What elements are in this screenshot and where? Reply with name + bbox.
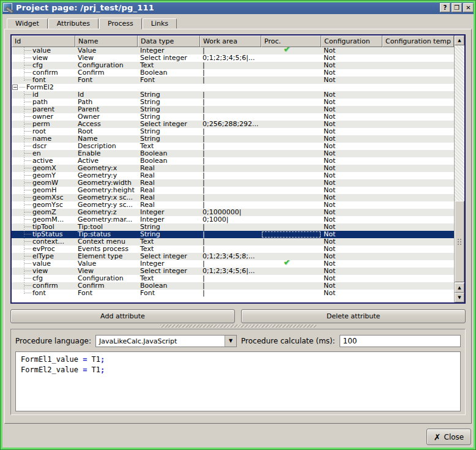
column-header-work-area[interactable]: Work area [200, 36, 261, 47]
attribute-configuration: Not [321, 216, 382, 223]
attribute-name: View [75, 54, 138, 62]
table-row-tipTool[interactable]: tipToolTip:toolString|Not [12, 223, 454, 231]
attribute-configuration-template [382, 253, 454, 260]
attribute-work-area: | [200, 135, 261, 143]
attribute-configuration-template [382, 157, 454, 165]
attribute-configuration-template [382, 187, 454, 194]
table-row-font[interactable]: fontFontFont|Not [12, 77, 454, 84]
table-row-en[interactable]: enEnableBoolean|Not [12, 150, 454, 157]
splitter-grip[interactable] [160, 324, 316, 328]
attribute-configuration: Not [321, 165, 382, 172]
table-row-font[interactable]: fontFontFont|Not [12, 290, 454, 297]
table-row-id[interactable]: idIdString|Not [12, 91, 454, 99]
close-button[interactable]: ✗ Close [426, 429, 471, 445]
attribute-proc [261, 179, 321, 187]
table-row-geomZ[interactable]: geomZGeometry:zInteger0;1000000|Not [12, 209, 454, 216]
attribute-id: cfg [32, 62, 43, 69]
table-row-context[interactable]: context...Context menuText|Not [12, 238, 454, 246]
help-button[interactable]: ? [440, 3, 450, 12]
attribute-data-type: Real [138, 194, 200, 201]
table-row-value[interactable]: valueValueInteger|✔Not [12, 260, 454, 268]
attribute-configuration: Not [321, 268, 382, 275]
attribute-proc [261, 216, 321, 223]
tree-leaf-item: dscr [12, 143, 75, 150]
tab-widget[interactable]: Widget [7, 18, 48, 29]
delete-attribute-button[interactable]: Delete attribute [241, 309, 466, 323]
vertical-scrollbar[interactable]: ▲ ▲ ▼ [454, 36, 464, 302]
table-row-geomX[interactable]: geomXGeometry:xReal|Not [12, 165, 454, 172]
tab-process[interactable]: Process [99, 18, 142, 29]
table-row-cfg[interactable]: cfgConfigurationText|Not [12, 275, 454, 282]
tree-branch-line [24, 241, 31, 242]
attribute-id: value [32, 260, 51, 268]
attribute-data-type: String [138, 99, 200, 106]
table-row-cfg[interactable]: cfgConfigurationText|Not [12, 62, 454, 69]
procedure-code-editor[interactable]: FormEl1_value = T1;FormEl2_value = T1; [15, 351, 461, 411]
scroll-up-icon[interactable]: ▲ [455, 283, 464, 293]
table-row-dscr[interactable]: dscrDescriptionText|Not [12, 143, 454, 150]
attribute-configuration-template [382, 238, 454, 246]
process-tab-pane: IdNameData typeWork areaProc.Configurati… [4, 29, 472, 424]
table-row-geomM[interactable]: geomM...Geometry:mar...Integer0;1000|Not [12, 216, 454, 223]
attribute-name: Confirm [75, 282, 138, 290]
scroll-down-icon[interactable]: ▼ [455, 293, 464, 302]
attribute-name: Geometry:y sc... [75, 201, 138, 209]
table-row-view[interactable]: viewViewSelect integer0;1;2;3;4;5;6|...N… [12, 54, 454, 62]
column-header-configuration-temp[interactable]: Configuration temp [382, 36, 454, 47]
column-header-configuration[interactable]: Configuration [321, 36, 382, 47]
attribute-configuration-template [382, 54, 454, 62]
table-row-evProc[interactable]: evProcEvents processText|Not [12, 246, 454, 253]
tree-branch-line [24, 153, 31, 154]
tree-leaf-item: view [12, 54, 75, 62]
procedure-calc-input[interactable] [340, 335, 461, 347]
table-row-geomY[interactable]: geomYGeometry:yReal|Not [12, 172, 454, 179]
table-row-view[interactable]: viewViewSelect integer0;1;2;3;4;5;6|...N… [12, 268, 454, 275]
table-row-parent[interactable]: parentParentString|Not [12, 106, 454, 113]
chevron-down-icon[interactable]: ▼ [225, 336, 236, 347]
attribute-data-type: String [138, 231, 200, 238]
scroll-up-icon[interactable]: ▲ [455, 36, 464, 45]
table-row-owner[interactable]: ownerOwnerString|Not [12, 113, 454, 121]
table-row-perm[interactable]: permAccessSelect integer0;256;288;292...… [12, 121, 454, 128]
close-window-button[interactable]: ✕ [463, 3, 474, 12]
add-attribute-button[interactable]: Add attribute [10, 309, 235, 323]
table-row-geomYsc[interactable]: geomYscGeometry:y sc...Real|Not [12, 201, 454, 209]
table-row-value[interactable]: valueValueInteger|✔Not [12, 47, 454, 54]
attribute-id: en [32, 150, 41, 157]
tree-branch-line [24, 263, 31, 264]
tree-leaf-item: geomH [12, 187, 75, 194]
attribute-proc [261, 201, 321, 209]
table-row-confirm[interactable]: confirmConfirmBoolean|Not [12, 69, 454, 77]
attribute-configuration-template [382, 135, 454, 143]
table-row-name[interactable]: nameNameString|Not [12, 135, 454, 143]
title-bar[interactable]: Project page: /prj_test/pg_111 ? ❐ ✕ [1, 1, 475, 14]
table-row-active[interactable]: activeActiveBoolean|Not [12, 157, 454, 165]
attribute-name [75, 84, 138, 91]
column-header-data-type[interactable]: Data type [138, 36, 200, 47]
column-header-proc-[interactable]: Proc. [261, 36, 321, 47]
table-row-geomH[interactable]: geomHGeometry:heightReal|Not [12, 187, 454, 194]
attribute-data-type: String [138, 113, 200, 121]
table-row-tipStatus[interactable]: tipStatusTip:statusString|Not [12, 231, 454, 238]
attribute-data-type: Font [138, 290, 200, 297]
tab-attributes[interactable]: Attributes [48, 18, 99, 29]
tree-branch-line [24, 58, 31, 58]
collapse-icon[interactable]: − [12, 84, 18, 90]
table-row-FormEl2[interactable]: −FormEl2 [12, 84, 454, 91]
procedure-language-select[interactable]: JavaLikeCalc.JavaScript ▼ [95, 335, 237, 347]
table-row-geomW[interactable]: geomWGeometry:widthReal|Not [12, 179, 454, 187]
column-header-name[interactable]: Name [75, 36, 138, 47]
table-row-root[interactable]: rootRootString|Not [12, 128, 454, 135]
attribute-configuration-template [382, 121, 454, 128]
attribute-proc [261, 231, 321, 238]
table-row-geomXsc[interactable]: geomXscGeometry:x sc...Real|Not [12, 194, 454, 201]
table-row-confirm[interactable]: confirmConfirmBoolean|Not [12, 282, 454, 290]
scrollbar-thumb[interactable] [455, 201, 464, 282]
table-row-elType[interactable]: elTypeElement typeSelect integer0;1;2;3;… [12, 253, 454, 260]
maximize-button[interactable]: ❐ [452, 3, 462, 12]
column-header-id[interactable]: Id [12, 36, 75, 47]
attribute-name: Geometry:z [75, 209, 138, 216]
tab-links[interactable]: Links [143, 18, 177, 29]
table-row-path[interactable]: pathPathString|Not [12, 99, 454, 106]
splitter-handle[interactable] [10, 323, 466, 329]
